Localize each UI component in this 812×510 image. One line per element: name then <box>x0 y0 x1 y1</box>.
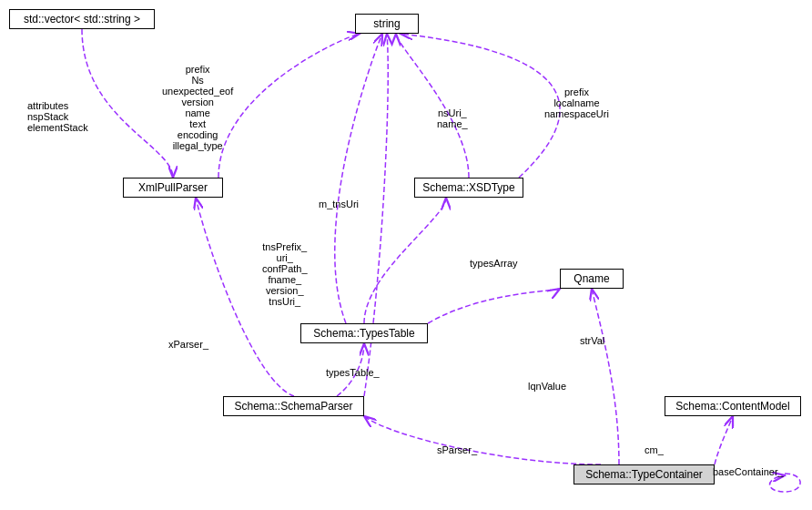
node-qname: Qname <box>560 269 624 289</box>
label-sparser: sParser_ <box>437 444 477 455</box>
label-mtnsuri: m_tnsUri <box>319 199 359 209</box>
node-string: string <box>355 14 419 34</box>
label-attributes: attributesnspStackelementStack <box>27 100 88 133</box>
node-typestable: Schema::TypesTable <box>300 323 428 343</box>
node-vector: std::vector< std::string > <box>9 9 155 29</box>
label-nsuri: nsUri_name_ <box>437 107 468 129</box>
label-tnsprefix: tnsPrefix_uri_confPath_fname_version_tns… <box>262 241 308 307</box>
label-typesarray: typesArray <box>470 258 518 269</box>
node-schemaparser: Schema::SchemaParser <box>223 396 364 416</box>
diagram-container: std::vector< std::string > string XmlPul… <box>0 0 812 510</box>
label-cm: cm_ <box>645 444 664 455</box>
label-basecontainer: baseContainer_ <box>713 466 784 477</box>
node-contentmodel: Schema::ContentModel <box>665 396 801 416</box>
label-typestable: typesTable_ <box>326 367 380 378</box>
label-lqnvalue: lqnValue <box>528 381 566 392</box>
arrows-svg <box>0 0 812 510</box>
node-xmlpullparser: XmlPullParser <box>123 178 223 198</box>
node-xsdtype: Schema::XSDType <box>414 178 523 198</box>
label-strval: strVal <box>580 335 604 346</box>
label-prefix-etc: prefixNsunexpected_eofversionnametextenc… <box>162 64 233 151</box>
label-xparser: xParser_ <box>168 339 208 350</box>
node-typecontainer: Schema::TypeContainer <box>573 464 715 484</box>
label-prefix-localname: prefixlocalnamenamespaceUri <box>544 87 609 119</box>
